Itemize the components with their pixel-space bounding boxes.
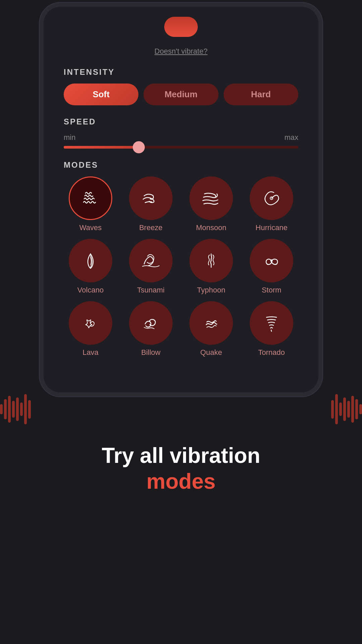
mode-item-volcano[interactable]: Volcano: [64, 239, 117, 294]
speed-max-label: max: [284, 133, 298, 142]
mode-icon-billow: [129, 301, 173, 345]
wave-bar: [28, 400, 31, 419]
wave-bar: [359, 404, 362, 414]
speed-slider-track[interactable]: [64, 146, 298, 149]
mode-item-typhoon[interactable]: Typhoon: [184, 239, 238, 294]
mode-icon-monsoon: [189, 176, 233, 220]
mode-label-volcano: Volcano: [77, 286, 104, 294]
wave-bar: [24, 394, 27, 424]
mode-icon-typhoon: [189, 239, 233, 282]
intensity-soft-button[interactable]: Soft: [64, 84, 138, 105]
mode-icon-tsunami: [129, 239, 173, 282]
mode-item-hurricane[interactable]: Hurricane: [245, 176, 298, 232]
intensity-medium-button[interactable]: Medium: [143, 84, 218, 105]
wave-bar: [331, 400, 334, 419]
mode-icon-quake: [189, 301, 233, 345]
mode-icon-tornado: [250, 301, 293, 345]
intensity-buttons: Soft Medium Hard: [64, 84, 298, 105]
mode-icon-volcano: [69, 239, 112, 282]
mode-label-billow: Billow: [141, 348, 160, 357]
intensity-label: INTENSITY: [64, 67, 298, 77]
wave-bar: [16, 397, 19, 421]
mode-item-quake[interactable]: Quake: [184, 301, 238, 357]
bottom-text: Try all vibration modes: [75, 429, 287, 644]
wave-bar: [343, 397, 346, 421]
doesnt-vibrate-link[interactable]: Doesn't vibrate?: [64, 47, 298, 56]
quake-icon: [199, 311, 223, 335]
mode-label-tsunami: Tsunami: [137, 286, 165, 294]
wave-bar: [12, 401, 15, 418]
mode-label-lava: Lava: [82, 348, 99, 357]
lava-icon: [79, 311, 102, 335]
modes-grid: Waves Breeze: [64, 176, 298, 357]
waves-icon: [79, 186, 102, 210]
tornado-icon: [260, 311, 283, 335]
phone-frame: Doesn't vibrate? INTENSITY Soft Medium H…: [44, 7, 318, 392]
tsunami-icon: [139, 249, 163, 272]
footer-line2: modes: [102, 469, 260, 494]
wave-bar: [4, 399, 7, 419]
speed-slider-fill: [64, 146, 139, 149]
mode-icon-breeze: [129, 176, 173, 220]
breeze-icon: [139, 186, 163, 210]
speed-range-labels: min max: [64, 133, 298, 142]
mode-label-breeze: Breeze: [139, 223, 163, 232]
modes-label: MODES: [64, 160, 298, 170]
monsoon-icon: [199, 186, 223, 210]
intensity-hard-button[interactable]: Hard: [224, 84, 298, 105]
wave-bar: [355, 399, 358, 419]
speed-slider-thumb[interactable]: [133, 141, 145, 153]
modes-section: MODES Waves: [64, 160, 298, 357]
mode-icon-storm: [250, 239, 293, 282]
mode-item-tornado[interactable]: Tornado: [245, 301, 298, 357]
intensity-section: INTENSITY Soft Medium Hard: [64, 67, 298, 105]
footer-line1: Try all vibration: [102, 443, 260, 469]
mode-item-storm[interactable]: Storm: [245, 239, 298, 294]
wave-bar: [339, 402, 342, 416]
mode-item-billow[interactable]: Billow: [124, 301, 178, 357]
wave-bar: [8, 396, 11, 423]
right-wave-bars: [331, 392, 362, 426]
wave-bar: [347, 401, 350, 418]
typhoon-icon: [199, 249, 223, 272]
volcano-icon: [79, 249, 102, 272]
mode-label-monsoon: Monsoon: [196, 223, 227, 232]
mode-label-tornado: Tornado: [258, 348, 285, 357]
speed-min-label: min: [64, 133, 75, 142]
billow-icon: [139, 311, 163, 335]
mode-item-waves[interactable]: Waves: [64, 176, 117, 232]
top-button[interactable]: [164, 17, 198, 37]
wave-bar: [0, 404, 3, 414]
mode-label-typhoon: Typhoon: [197, 286, 225, 294]
storm-icon: [260, 249, 283, 272]
left-wave-bars: [0, 392, 31, 426]
mode-item-tsunami[interactable]: Tsunami: [124, 239, 178, 294]
mode-item-breeze[interactable]: Breeze: [124, 176, 178, 232]
mode-label-hurricane: Hurricane: [255, 223, 287, 232]
mode-icon-lava: [69, 301, 112, 345]
mode-label-storm: Storm: [262, 286, 282, 294]
hurricane-icon: [260, 186, 283, 210]
sound-waves-container: [0, 389, 362, 429]
mode-item-lava[interactable]: Lava: [64, 301, 117, 357]
speed-section: SPEED min max: [64, 117, 298, 149]
svg-point-1: [270, 260, 273, 262]
mode-icon-hurricane: [250, 176, 293, 220]
mode-label-quake: Quake: [200, 348, 222, 357]
mode-label-waves: Waves: [79, 223, 102, 232]
wave-bar: [335, 394, 338, 424]
wave-bar: [20, 402, 23, 416]
wave-bar: [351, 396, 354, 423]
mode-item-monsoon[interactable]: Monsoon: [184, 176, 238, 232]
mode-icon-waves: [69, 176, 112, 220]
speed-label: SPEED: [64, 117, 298, 126]
